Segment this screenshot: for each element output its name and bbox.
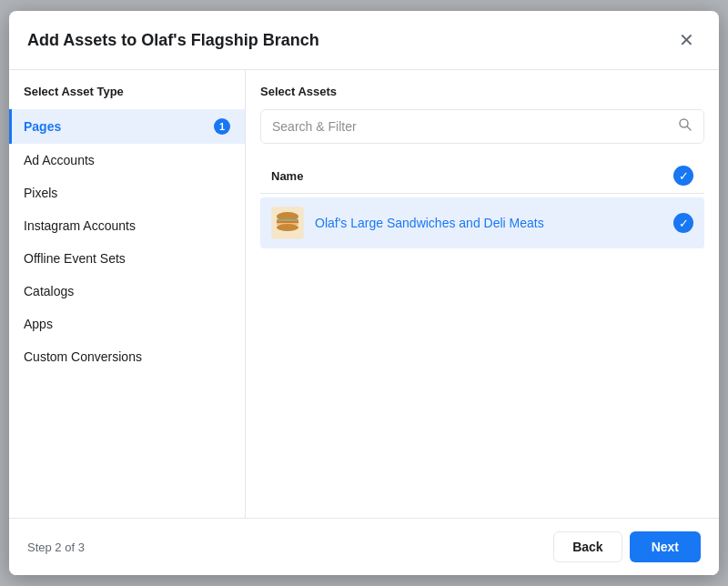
sidebar-item-pages[interactable]: Pages 1 — [9, 109, 245, 144]
asset-type-label: Select Asset Type — [9, 85, 245, 109]
svg-line-1 — [687, 126, 691, 130]
sidebar-item-ad-accounts[interactable]: Ad Accounts — [9, 144, 245, 177]
asset-type-panel: Select Asset Type Pages 1 Ad Accounts Pi… — [9, 70, 246, 518]
sidebar-item-label-apps: Apps — [24, 317, 53, 331]
svg-point-7 — [277, 224, 298, 231]
step-label: Step 2 of 3 — [27, 541, 85, 554]
sidebar-item-custom-conversions[interactable]: Custom Conversions — [9, 340, 245, 373]
asset-thumbnail — [271, 207, 304, 239]
pages-badge: 1 — [214, 118, 230, 135]
sidebar-item-label-pixels: Pixels — [24, 186, 57, 200]
col-name-header: Name — [271, 169, 303, 183]
modal-body: Select Asset Type Pages 1 Ad Accounts Pi… — [9, 70, 719, 518]
sidebar-item-catalogs[interactable]: Catalogs — [9, 275, 245, 308]
back-button[interactable]: Back — [553, 531, 622, 562]
sidebar-item-label-offline-event-sets: Offline Event Sets — [24, 251, 126, 266]
search-input[interactable] — [272, 119, 678, 134]
footer-buttons: Back Next — [553, 531, 701, 562]
sidebar-item-offline-event-sets[interactable]: Offline Event Sets — [9, 242, 245, 275]
table-row[interactable]: Olaf's Large Sandwiches and Deli Meats ✓ — [260, 197, 704, 248]
sidebar-item-label-pages: Pages — [24, 119, 61, 134]
search-bar[interactable] — [260, 109, 704, 144]
select-assets-panel: Select Assets Name ✓ — [246, 70, 719, 518]
sidebar-item-instagram-accounts[interactable]: Instagram Accounts — [9, 209, 245, 242]
search-icon — [678, 117, 693, 136]
select-all-checkbox[interactable]: ✓ — [673, 166, 693, 186]
sidebar-item-label-catalogs: Catalogs — [24, 284, 74, 298]
assets-table: Name ✓ — [260, 158, 704, 248]
select-assets-label: Select Assets — [260, 85, 704, 98]
modal-overlay: Add Assets to Olaf's Flagship Branch ✕ S… — [0, 0, 728, 586]
modal-header: Add Assets to Olaf's Flagship Branch ✕ — [9, 11, 719, 70]
sandwich-svg — [272, 207, 303, 238]
sidebar-item-pixels[interactable]: Pixels — [9, 177, 245, 209]
sidebar-item-label-custom-conversions: Custom Conversions — [24, 349, 142, 364]
modal-title: Add Assets to Olaf's Flagship Branch — [27, 31, 319, 50]
asset-name: Olaf's Large Sandwiches and Deli Meats — [315, 216, 673, 230]
sidebar-item-label-instagram-accounts: Instagram Accounts — [24, 218, 136, 233]
next-button[interactable]: Next — [630, 531, 701, 562]
asset-checkbox[interactable]: ✓ — [673, 213, 693, 233]
close-icon: ✕ — [679, 29, 694, 51]
check-selected-icon: ✓ — [679, 217, 689, 230]
sidebar-item-label-ad-accounts: Ad Accounts — [24, 153, 95, 167]
modal-dialog: Add Assets to Olaf's Flagship Branch ✕ S… — [9, 11, 719, 575]
check-all-icon: ✓ — [679, 169, 689, 183]
modal-footer: Step 2 of 3 Back Next — [9, 518, 719, 575]
sidebar-item-apps[interactable]: Apps — [9, 308, 245, 340]
close-button[interactable]: ✕ — [672, 25, 701, 55]
table-header: Name ✓ — [260, 158, 704, 194]
